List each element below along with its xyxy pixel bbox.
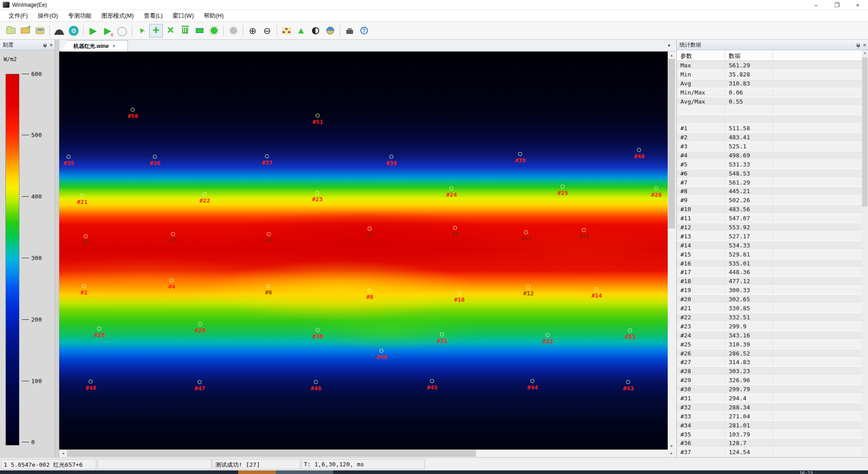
table-row[interactable]: #26286.52 <box>677 349 862 358</box>
menu-window[interactable]: 窗口(W) <box>168 10 199 21</box>
table-row[interactable]: Max561.29 <box>677 61 862 70</box>
table-row[interactable]: #22332.51 <box>677 313 862 322</box>
table-row[interactable]: #20302.65 <box>677 295 862 304</box>
table-row[interactable]: Avg/Max0.55 <box>677 97 862 106</box>
table-row[interactable]: #28303.23 <box>677 367 862 376</box>
table-row[interactable]: #3525.1 <box>677 142 862 151</box>
settings-gear-button[interactable]: ⚙ <box>67 24 80 38</box>
table-row[interactable]: #11547.07 <box>677 214 862 223</box>
circle-region-button[interactable] <box>207 24 221 38</box>
table-row[interactable]: #30299.79 <box>677 385 862 394</box>
scroll-up-icon[interactable]: ▲ <box>668 52 675 59</box>
menu-help[interactable]: 帮助(H) <box>199 10 229 21</box>
table-row[interactable]: #12553.92 <box>677 223 862 232</box>
table-row[interactable]: #25310.39 <box>677 340 862 349</box>
scroll-up-icon[interactable]: ▲ <box>862 51 868 54</box>
table-row[interactable]: #37124.54 <box>677 448 862 457</box>
table-row[interactable]: #5531.33 <box>677 160 862 169</box>
close-icon[interactable]: × <box>49 42 53 48</box>
table-row[interactable]: #7561.29 <box>677 178 862 187</box>
run-test-button[interactable]: ▶ <box>86 24 100 38</box>
menu-view[interactable]: 查看(L) <box>139 10 168 21</box>
horizontal-scrollbar[interactable]: ◄ ► <box>59 450 675 457</box>
pin-icon[interactable] <box>43 44 47 47</box>
print-button[interactable] <box>343 24 356 38</box>
table-row[interactable]: #21330.85 <box>677 304 862 313</box>
restore-button[interactable]: ❐ <box>826 0 847 10</box>
dock-splitter[interactable] <box>55 40 59 457</box>
minimize-button[interactable]: – <box>806 0 826 10</box>
table-row[interactable]: #36128.7 <box>677 439 862 448</box>
help-button[interactable]: ? <box>357 24 371 38</box>
device-dome-button[interactable] <box>52 24 66 38</box>
table-row[interactable]: #15529.81 <box>677 250 862 259</box>
stop-button[interactable]: ◯ <box>115 24 129 38</box>
taskbar-app-button[interactable] <box>238 470 276 474</box>
close-icon[interactable]: × <box>863 42 866 48</box>
table-row[interactable]: #34281.01 <box>677 421 862 430</box>
table-row[interactable]: #16535.01 <box>677 259 862 268</box>
column-header-param[interactable]: 参数 <box>677 50 725 61</box>
topology-button[interactable] <box>280 24 293 38</box>
table-row[interactable] <box>677 106 862 115</box>
table-row[interactable]: #4498.69 <box>677 151 862 160</box>
table-row[interactable]: #32288.34 <box>677 403 862 412</box>
menu-operate[interactable]: 操作(O) <box>33 10 63 21</box>
scroll-down-icon[interactable]: ▼ <box>668 442 675 450</box>
pyramid-view-button[interactable]: ▲ <box>294 24 308 38</box>
ellipse-region-disabled-button[interactable] <box>226 24 240 38</box>
table-row[interactable]: #8445.21 <box>677 187 862 196</box>
table-row[interactable]: #31294.4 <box>677 394 862 403</box>
earth-view-button[interactable] <box>323 24 337 38</box>
table-row[interactable]: Min35.828 <box>677 70 862 79</box>
vertical-scrollbar[interactable]: ▲ ▼ <box>668 52 675 450</box>
horizontal-scroll-thumb[interactable] <box>67 450 476 457</box>
table-row[interactable]: #6548.53 <box>677 169 862 178</box>
statistics-scroll-thumb[interactable] <box>862 57 868 207</box>
save-button[interactable] <box>33 24 47 38</box>
table-row[interactable]: #17448.36 <box>677 268 862 277</box>
statistics-scrollbar[interactable]: ▲ <box>862 50 868 457</box>
select-cursor-button[interactable]: ➤ <box>135 24 148 38</box>
delete-all-points-button[interactable] <box>178 24 192 38</box>
table-row[interactable]: Avg310.83 <box>677 79 862 88</box>
open-file-button[interactable] <box>19 24 32 38</box>
taskbar-app-button[interactable] <box>276 470 333 474</box>
pin-icon[interactable] <box>857 44 860 47</box>
column-header-data[interactable]: 数据 <box>725 50 773 61</box>
table-row[interactable]: #33271.04 <box>677 412 862 421</box>
table-row[interactable]: #35103.79 <box>677 430 862 439</box>
table-row[interactable]: #1511.58 <box>677 124 862 133</box>
rect-region-button[interactable] <box>193 24 206 38</box>
table-row[interactable]: #2483.41 <box>677 133 862 142</box>
table-row[interactable]: #13527.17 <box>677 232 862 241</box>
table-row[interactable]: #29326.96 <box>677 376 862 385</box>
scroll-right-icon[interactable]: ► <box>668 450 675 457</box>
table-row[interactable] <box>677 115 862 124</box>
table-row[interactable]: #27314.83 <box>677 358 862 367</box>
heatmap-view[interactable]: #50#51#35#36#37#38#39#40#21#22#23#24#25#… <box>59 52 668 450</box>
table-row[interactable]: #24343.16 <box>677 331 862 340</box>
menu-file[interactable]: 文件(F) <box>4 10 33 21</box>
menu-graph-mode[interactable]: 图形模式(M) <box>96 10 139 21</box>
add-point-button[interactable]: + <box>149 24 163 38</box>
new-file-button[interactable] <box>4 24 18 38</box>
table-row[interactable]: #23299.9 <box>677 322 862 331</box>
menu-special-test[interactable]: 专测功能 <box>63 10 96 21</box>
table-row[interactable]: #10483.56 <box>677 205 862 214</box>
table-row[interactable]: #9502.26 <box>677 196 862 205</box>
scroll-left-icon[interactable]: ◄ <box>59 450 67 457</box>
tab-machine-red-light[interactable]: 机器红光.wine × <box>61 40 128 52</box>
run-continuous-button[interactable]: ▶ <box>101 24 114 38</box>
table-row[interactable]: #19300.33 <box>677 286 862 295</box>
table-row[interactable]: #14534.33 <box>677 241 862 250</box>
table-row[interactable]: #18477.12 <box>677 277 862 286</box>
zoom-in-button[interactable]: ⊕ <box>246 24 259 38</box>
vertical-scroll-thumb[interactable] <box>668 59 675 228</box>
brightness-button[interactable] <box>309 24 322 38</box>
close-button[interactable]: × <box>847 0 868 10</box>
tab-close-icon[interactable]: × <box>113 43 116 49</box>
table-row[interactable]: Min/Max0.06 <box>677 88 862 97</box>
zoom-out-button[interactable]: ⊖ <box>260 24 274 38</box>
tab-list-dropdown-icon[interactable]: ▼ <box>665 42 673 49</box>
